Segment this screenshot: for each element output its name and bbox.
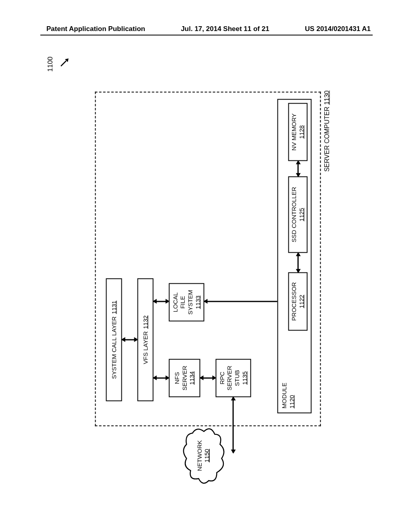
figure-ref-arrow-icon — [60, 58, 69, 67]
vfs-layer-box: VFS LAYER 1132 — [138, 278, 154, 401]
nfs-server-box: NFS SERVER 1134 — [169, 359, 200, 397]
nv-memory-box: NV MEMORY 1128 — [288, 103, 308, 161]
header-rule — [40, 35, 373, 35]
network-ref: 1150 — [203, 449, 210, 462]
ssd-controller-box: SSD CONTROLLER 1125 — [288, 177, 308, 253]
system-call-layer-box: SYSTEM CALL LAYER 1131 — [106, 278, 122, 401]
diagram-area: NETWORK 1150 SERVER COMPUTER 1130 SYSTEM… — [27, 112, 409, 394]
svg-line-0 — [61, 61, 66, 66]
page: Patent Application Publication Jul. 17, … — [0, 0, 413, 532]
network-cloud-icon: NETWORK 1150 — [181, 426, 229, 485]
local-file-system-box: LOCAL FILE SYSTEM 1133 — [169, 283, 204, 322]
server-computer-box: SERVER COMPUTER 1130 SYSTEM CALL LAYER 1… — [95, 92, 321, 426]
figure-ref-label: 1100 — [46, 56, 54, 72]
processor-box: PROCESSOR 1122 — [288, 272, 308, 331]
server-computer-label: SERVER COMPUTER 1130 — [323, 91, 331, 172]
network-label: NETWORK — [196, 440, 203, 471]
rpc-server-stub-box: RPC SERVER STUB 1135 — [216, 359, 251, 397]
